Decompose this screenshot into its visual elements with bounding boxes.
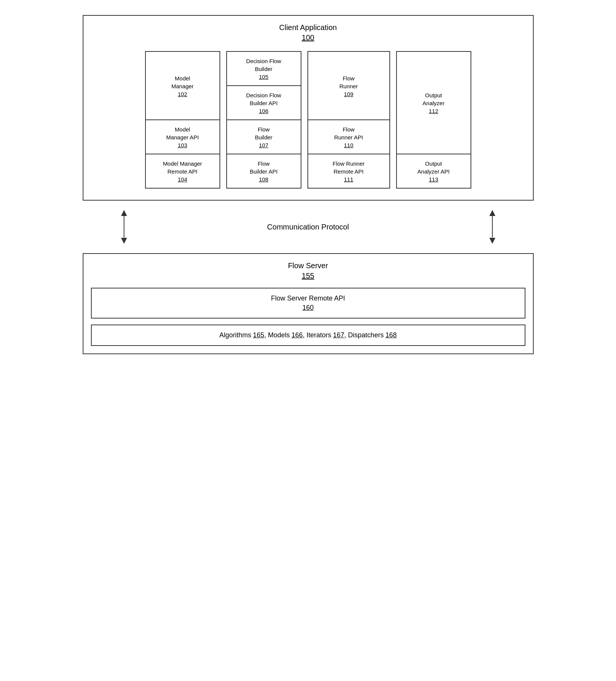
model-manager-id: 102 [150,91,216,97]
flow-runner-box: FlowRunner 109 [307,51,390,120]
comm-protocol-section: Communication Protocol [83,204,534,249]
output-analyzer-api-id: 113 [401,176,467,183]
svg-marker-5 [489,238,495,244]
flow-server-title: Flow Server [91,261,525,270]
flow-runner-api-name: FlowRunner API [312,125,386,141]
flow-server-box: Flow Server 155 Flow Server Remote API 1… [83,253,534,354]
diagram-container: Client Application 100 ModelManager 102 … [83,15,534,354]
model-manager-name: ModelManager [150,74,216,90]
flow-server-api-id: 160 [95,304,521,312]
flow-runner-remote-api-box: Flow RunnerRemote API 111 [307,154,390,189]
col2: Decision FlowBuilder 105 Decision FlowBu… [226,51,301,189]
flow-server-api-box: Flow Server Remote API 160 [91,288,525,319]
decision-flow-builder-api-id: 106 [231,108,297,114]
algorithms-id: 165 [253,331,264,339]
components-grid: ModelManager 102 ModelManager API 103 Mo… [91,51,525,189]
flow-builder-api-name: FlowBuilder API [231,160,297,175]
svg-marker-3 [489,210,495,216]
dispatchers-label: Dispatchers [348,331,384,339]
flow-server-id: 155 [91,272,525,280]
client-app-box: Client Application 100 ModelManager 102 … [83,15,534,201]
flow-runner-api-id: 110 [312,142,386,148]
output-analyzer-name: OutputAnalyzer [401,91,467,107]
flow-runner-remote-api-id: 111 [312,176,386,183]
decision-flow-builder-id: 105 [231,74,297,80]
left-arrow-svg [120,210,128,244]
comm-protocol-label: Communication Protocol [267,223,349,231]
model-manager-api-name: ModelManager API [150,125,216,141]
left-double-arrow [120,210,128,244]
algorithms-label: Algorithms [219,331,251,339]
flow-builder-id: 107 [231,142,297,148]
model-manager-box: ModelManager 102 [145,51,220,120]
flow-builder-box: FlowBuilder 107 [226,120,301,154]
iterators-label: Iterators [307,331,331,339]
flow-builder-name: FlowBuilder [231,125,297,141]
svg-marker-0 [121,210,127,216]
client-app-id: 100 [91,33,525,42]
flow-runner-api-box: FlowRunner API 110 [307,120,390,154]
flow-builder-api-box: FlowBuilder API 108 [226,154,301,189]
model-manager-api-id: 103 [150,142,216,148]
right-arrow-svg [489,210,496,244]
output-analyzer-api-name: OutputAnalyzer API [401,160,467,175]
flow-server-api-name: Flow Server Remote API [95,294,521,302]
iterators-id: 167 [333,331,344,339]
col4: OutputAnalyzer 112 OutputAnalyzer API 11… [396,51,471,189]
col3: FlowRunner 109 FlowRunner API 110 Flow R… [307,51,390,189]
decision-flow-builder-name: Decision FlowBuilder [231,57,297,73]
model-manager-remote-api-name: Model ManagerRemote API [150,160,216,175]
client-app-title: Client Application [91,23,525,32]
right-double-arrow [489,210,496,244]
decision-flow-builder-api-name: Decision FlowBuilder API [231,91,297,107]
dispatchers-id: 168 [386,331,397,339]
model-manager-api-box: ModelManager API 103 [145,120,220,154]
models-id: 166 [291,331,303,339]
svg-rect-1 [124,216,124,237]
decision-flow-builder-api-box: Decision FlowBuilder API 106 [226,86,301,120]
svg-rect-4 [492,216,493,237]
model-manager-remote-api-id: 104 [150,176,216,183]
col1: ModelManager 102 ModelManager API 103 Mo… [145,51,220,189]
flow-runner-name: FlowRunner [312,74,386,90]
output-analyzer-id: 112 [401,108,467,114]
model-manager-remote-api-box: Model ManagerRemote API 104 [145,154,220,189]
flow-builder-api-id: 108 [231,176,297,183]
flow-server-algorithms-box: Algorithms 165, Models 166, Iterators 16… [91,325,525,346]
flow-runner-remote-api-name: Flow RunnerRemote API [312,160,386,175]
models-label: Models [268,331,290,339]
decision-flow-builder-box: Decision FlowBuilder 105 [226,51,301,86]
flow-runner-id: 109 [312,91,386,97]
output-analyzer-api-box: OutputAnalyzer API 113 [396,154,471,189]
svg-marker-2 [121,238,127,244]
output-analyzer-box: OutputAnalyzer 112 [396,51,471,154]
